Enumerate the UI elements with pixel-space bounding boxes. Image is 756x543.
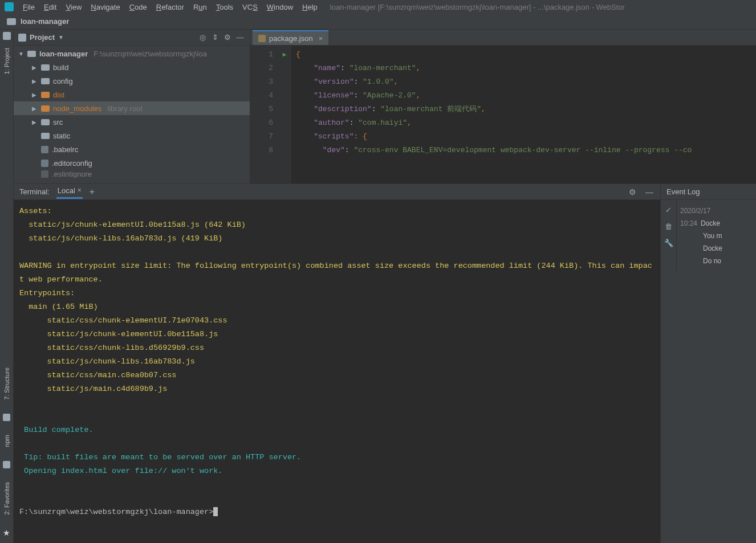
tree-root-name: loan-manager: [39, 50, 88, 58]
chevron-right-icon[interactable]: ▶: [32, 92, 38, 98]
tree-item-label: node_modules: [53, 104, 101, 113]
terminal-settings-icon[interactable]: ⚙: [627, 187, 637, 197]
event-log-date: 2020/2/17: [680, 205, 753, 217]
editor-tab-packagejson[interactable]: package.json ×: [253, 30, 328, 45]
close-icon[interactable]: ×: [319, 34, 323, 43]
event-time: 10:24: [680, 217, 697, 230]
menu-help[interactable]: Help: [298, 2, 322, 13]
project-panel-title[interactable]: Project: [30, 33, 55, 42]
menu-run[interactable]: Run: [189, 2, 212, 13]
tree-item-label: build: [53, 63, 68, 72]
editor-tabbar: package.json ×: [250, 30, 756, 46]
event-log-panel: Event Log ✓ 🗑 🔧 2020/2/17 10:24DockeYou …: [660, 183, 756, 543]
project-tree: ▼ loan-manager F:\sunzrqm\weiz\webstormg…: [14, 46, 250, 183]
event-log-entry[interactable]: Docke: [680, 242, 753, 255]
tree-item-build[interactable]: ▶build: [14, 60, 250, 74]
menu-vcs[interactable]: VCS: [238, 2, 262, 13]
structure-tool-button[interactable]: 7: Structure: [3, 364, 10, 403]
npm-tool-icon[interactable]: [3, 461, 10, 468]
event-log-toolbar: ✓ 🗑 🔧: [661, 200, 677, 272]
terminal-panel: Terminal: Local × + ⚙ — Assets: static/j…: [14, 183, 660, 543]
editor-body[interactable]: 12345678 ▶ { "name": "loan-merchant", "v…: [250, 46, 756, 183]
run-gutter: ▶: [278, 46, 291, 183]
trash-icon[interactable]: 🗑: [664, 222, 673, 231]
structure-tool-icon[interactable]: [3, 414, 10, 421]
menu-refactor[interactable]: Refactor: [152, 2, 189, 13]
project-tool-button[interactable]: 1: Project: [3, 44, 10, 77]
tree-item-babelrc[interactable]: .babelrc: [14, 142, 250, 156]
wrench-icon[interactable]: 🔧: [664, 239, 673, 247]
locate-icon[interactable]: ◎: [197, 32, 208, 43]
collapse-icon[interactable]: ⇕: [210, 32, 220, 43]
close-icon[interactable]: ×: [78, 186, 82, 194]
project-dropdown-icon[interactable]: ▼: [58, 34, 64, 40]
folder-icon: [41, 92, 50, 98]
terminal-tab-local[interactable]: Local ×: [56, 185, 83, 199]
terminal-output[interactable]: Assets: static/js/chunk-elementUI.0be115…: [14, 200, 660, 524]
terminal-tab-label: Local: [58, 186, 75, 195]
tree-item-static[interactable]: static: [14, 129, 250, 142]
event-log-entry[interactable]: You m: [680, 230, 753, 242]
menu-file[interactable]: File: [18, 2, 39, 13]
breadcrumb-bar: loan-manager: [0, 14, 756, 30]
left-tool-stripe-top: 1: Project: [0, 30, 14, 183]
chevron-right-icon[interactable]: ▶: [32, 78, 38, 84]
window-title: loan-manager [F:\sunzrqm\weiz\webstormgz…: [330, 3, 625, 11]
event-text: Docke: [703, 242, 722, 255]
tree-item-src[interactable]: ▶src: [14, 115, 250, 129]
json-file-icon: [258, 35, 266, 42]
event-log-entry[interactable]: Do no: [680, 255, 753, 267]
tree-item-eslintignore[interactable]: .eslintignore: [14, 170, 250, 178]
tree-item-label: .eslintignore: [52, 170, 92, 178]
tree-item-config[interactable]: ▶config: [14, 74, 250, 88]
npm-tool-button[interactable]: npm: [3, 431, 10, 450]
file-icon: [41, 146, 48, 153]
folder-icon: [41, 105, 50, 112]
project-panel: Project ▼ ◎ ⇕ ⚙ — ▼ loan-manager F:\sunz…: [14, 30, 250, 183]
file-icon: [41, 160, 48, 167]
folder-icon: [41, 78, 50, 84]
terminal-hide-icon[interactable]: —: [644, 187, 655, 197]
event-log-title[interactable]: Event Log: [661, 184, 756, 200]
menu-window[interactable]: Window: [262, 2, 298, 13]
menu-code[interactable]: Code: [125, 2, 152, 13]
tree-item-node_modules[interactable]: ▶node_moduleslibrary root: [14, 101, 250, 115]
terminal-header: Terminal: Local × + ⚙ —: [14, 184, 660, 200]
event-log-entry[interactable]: 10:24Docke: [680, 217, 753, 230]
menu-navigate[interactable]: Navigate: [86, 2, 124, 13]
folder-icon: [41, 119, 50, 125]
favorites-star-icon[interactable]: ★: [3, 528, 10, 537]
terminal-label: Terminal:: [19, 187, 50, 196]
settings-icon[interactable]: ⚙: [222, 32, 233, 43]
menu-view[interactable]: View: [61, 2, 86, 13]
left-tool-stripe-bottom: 7: Structure npm 2: Favorites ★: [0, 183, 14, 543]
chevron-right-icon[interactable]: ▶: [32, 105, 38, 112]
check-icon[interactable]: ✓: [664, 206, 673, 214]
tree-root[interactable]: ▼ loan-manager F:\sunzrqm\weiz\webstormg…: [14, 47, 250, 60]
code-content[interactable]: { "name": "loan-merchant", "version": "1…: [291, 46, 756, 183]
breadcrumb-project[interactable]: loan-manager: [21, 17, 69, 26]
menu-tools[interactable]: Tools: [212, 2, 238, 13]
main-split: Project ▼ ◎ ⇕ ⚙ — ▼ loan-manager F:\sunz…: [14, 30, 756, 183]
tree-item-label: static: [53, 132, 70, 140]
new-terminal-button[interactable]: +: [90, 187, 95, 197]
folder-icon: [41, 64, 50, 71]
tree-root-path: F:\sunzrqm\weiz\webstormgzkj\loa: [94, 50, 207, 58]
tree-item-dist[interactable]: ▶dist: [14, 88, 250, 101]
menu-edit[interactable]: Edit: [39, 2, 61, 13]
terminal-prompt[interactable]: F:\sunzrqm\weiz\webstormgzkj\loan-manage…: [19, 505, 655, 519]
chevron-right-icon[interactable]: ▶: [32, 119, 38, 125]
folder-icon: [27, 51, 36, 57]
file-icon: [41, 170, 48, 178]
tree-item-label: dist: [53, 91, 64, 99]
chevron-right-icon[interactable]: ▶: [32, 64, 38, 71]
chevron-down-icon[interactable]: ▼: [18, 51, 24, 57]
hide-icon[interactable]: —: [235, 32, 245, 43]
favorites-tool-button[interactable]: 2: Favorites: [3, 479, 10, 518]
project-tool-icon[interactable]: [3, 32, 11, 40]
editor-tab-label: package.json: [269, 34, 313, 43]
tree-item-editorconfig[interactable]: .editorconfig: [14, 156, 250, 170]
folder-icon: [41, 133, 50, 139]
event-text: Docke: [701, 217, 720, 230]
event-text: You m: [703, 230, 722, 242]
